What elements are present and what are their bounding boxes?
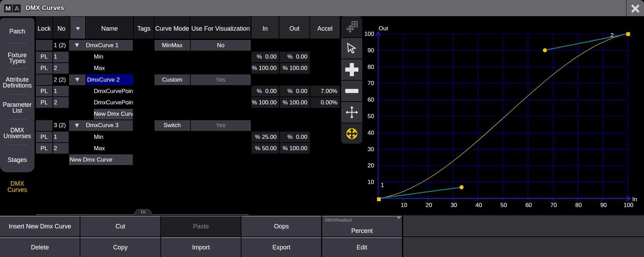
svg-text:20: 20: [426, 202, 432, 208]
svg-text:50: 50: [501, 202, 507, 208]
svg-text:70: 70: [551, 202, 557, 208]
svg-text:40: 40: [368, 130, 374, 136]
svg-text:100: 100: [624, 202, 633, 208]
svg-text:50: 50: [368, 113, 374, 120]
svg-text:90: 90: [368, 47, 374, 54]
svg-text:30: 30: [368, 146, 374, 153]
svg-text:60: 60: [525, 202, 532, 208]
svg-text:80: 80: [368, 64, 374, 70]
svg-text:60: 60: [368, 96, 374, 103]
svg-text:70: 70: [368, 80, 374, 86]
svg-text:40: 40: [475, 202, 482, 208]
svg-text:100: 100: [364, 31, 374, 37]
svg-text:2: 2: [610, 32, 613, 39]
svg-text:10: 10: [368, 179, 374, 185]
svg-text:1: 1: [381, 182, 384, 188]
svg-text:In: In: [632, 196, 637, 203]
svg-text:30: 30: [450, 202, 457, 208]
svg-text:90: 90: [600, 202, 607, 208]
svg-text:10: 10: [400, 202, 407, 208]
svg-text:80: 80: [575, 202, 582, 208]
svg-text:20: 20: [368, 162, 374, 169]
svg-text:Out: Out: [379, 25, 388, 32]
